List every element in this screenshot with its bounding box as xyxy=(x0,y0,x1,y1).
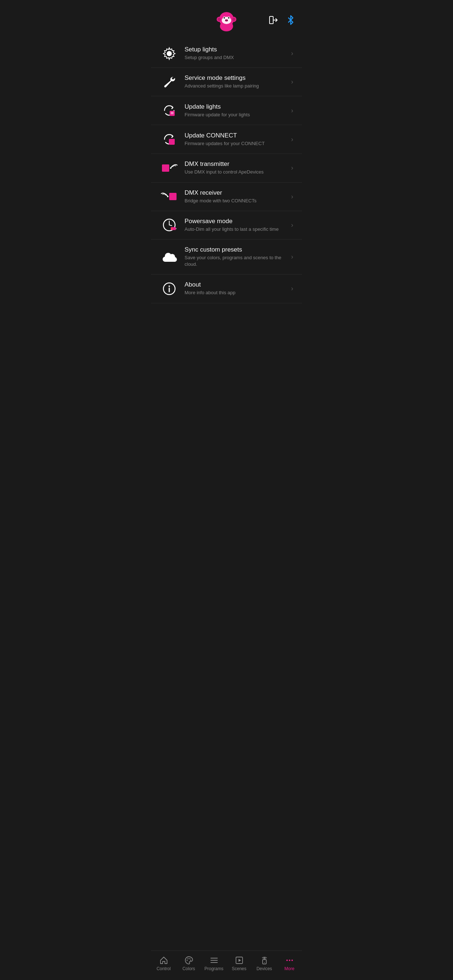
menu-subtitle-about: More info about this app xyxy=(185,290,291,296)
menu-item-powersave[interactable]: Powersave mode Auto-Dim all your lights … xyxy=(151,211,302,240)
menu-text-about: About More info about this app xyxy=(185,281,291,296)
programs-icon xyxy=(210,956,219,965)
svg-point-23 xyxy=(170,167,171,169)
chevron-right-icon: › xyxy=(291,107,293,115)
menu-text-dmx-transmitter: DMX transmitter Use DMX input to control… xyxy=(185,161,291,175)
menu-text-powersave: Powersave mode Auto-Dim all your lights … xyxy=(185,218,291,232)
svg-point-37 xyxy=(189,958,190,959)
svg-point-38 xyxy=(190,960,191,961)
menu-text-update-connect: Update CONNECT Firmware updates for your… xyxy=(185,132,291,147)
menu-item-update-connect[interactable]: Update CONNECT Firmware updates for your… xyxy=(151,125,302,154)
svg-rect-20 xyxy=(171,113,174,114)
svg-point-48 xyxy=(289,959,290,961)
chevron-right-icon: › xyxy=(291,164,293,172)
menu-subtitle-powersave: Auto-Dim all your lights to last a speci… xyxy=(185,226,291,232)
menu-item-setup-lights[interactable]: Setup lights Setup groups and DMX › xyxy=(151,40,302,68)
info-icon xyxy=(160,282,179,295)
nav-item-control[interactable]: Control xyxy=(151,955,176,973)
login-button[interactable] xyxy=(267,14,279,26)
menu-text-update-lights: Update lights Firmware update for your l… xyxy=(185,103,291,118)
menu-item-sync-presets[interactable]: Sync custom presets Save your colors, pr… xyxy=(151,240,302,275)
chevron-right-icon: › xyxy=(291,221,293,229)
menu-item-dmx-transmitter[interactable]: DMX transmitter Use DMX input to control… xyxy=(151,154,302,182)
nav-label-scenes: Scenes xyxy=(231,966,246,971)
update-lights-icon xyxy=(160,103,179,118)
bluetooth-button[interactable] xyxy=(285,14,296,26)
svg-point-3 xyxy=(218,18,221,21)
nav-item-programs[interactable]: Programs xyxy=(201,955,226,973)
chevron-right-icon: › xyxy=(291,253,293,261)
menu-title-about: About xyxy=(185,281,291,288)
svg-rect-14 xyxy=(270,16,273,24)
nav-label-colors: Colors xyxy=(182,966,195,971)
svg-point-35 xyxy=(187,960,187,961)
chevron-right-icon: › xyxy=(291,193,293,200)
nav-label-more: More xyxy=(284,966,294,971)
svg-point-12 xyxy=(225,20,226,21)
menu-subtitle-service-mode: Advanced settings like lamp pairing xyxy=(185,83,291,89)
svg-point-49 xyxy=(292,959,293,961)
svg-rect-22 xyxy=(162,164,169,172)
powersave-icon xyxy=(160,218,179,232)
cloud-icon xyxy=(160,251,179,262)
menu-subtitle-update-lights: Firmware update for your lights xyxy=(185,111,291,118)
bottom-navigation: Control Colors Programs xyxy=(151,950,302,980)
nav-item-colors[interactable]: Colors xyxy=(176,955,201,973)
dmx-transmitter-icon xyxy=(160,162,179,175)
svg-rect-44 xyxy=(263,959,266,964)
devices-icon xyxy=(260,956,269,965)
wrench-icon xyxy=(160,75,179,89)
chevron-right-icon: › xyxy=(291,285,293,293)
svg-point-10 xyxy=(228,17,230,19)
header xyxy=(151,0,302,37)
nav-item-more[interactable]: More xyxy=(277,955,302,973)
menu-text-dmx-receiver: DMX receiver Bridge mode with two CONNEC… xyxy=(185,189,291,204)
menu-item-about[interactable]: About More info about this app › xyxy=(151,275,302,303)
svg-point-47 xyxy=(286,959,288,961)
menu-title-service-mode: Service mode settings xyxy=(185,75,291,82)
menu-subtitle-dmx-receiver: Bridge mode with two CONNECTs xyxy=(185,197,291,204)
svg-rect-30 xyxy=(176,228,177,229)
header-actions xyxy=(267,14,296,26)
gear-icon xyxy=(160,47,179,60)
svg-line-28 xyxy=(169,225,172,226)
menu-text-setup-lights: Setup lights Setup groups and DMX xyxy=(185,46,291,61)
menu-title-powersave: Powersave mode xyxy=(185,218,291,225)
scenes-icon xyxy=(235,956,244,965)
menu-list: Setup lights Setup groups and DMX › Serv… xyxy=(151,37,302,950)
menu-text-service-mode: Service mode settings Advanced settings … xyxy=(185,75,291,89)
menu-subtitle-dmx-transmitter: Use DMX input to control ApeDevices xyxy=(185,169,291,175)
nav-label-devices: Devices xyxy=(257,966,272,971)
menu-title-dmx-transmitter: DMX transmitter xyxy=(185,161,291,168)
chevron-right-icon: › xyxy=(291,78,293,86)
menu-title-update-connect: Update CONNECT xyxy=(185,132,291,139)
menu-subtitle-setup-lights: Setup groups and DMX xyxy=(185,54,291,61)
svg-point-9 xyxy=(223,17,225,19)
svg-point-5 xyxy=(232,18,236,21)
svg-rect-31 xyxy=(171,228,173,230)
menu-item-dmx-receiver[interactable]: DMX receiver Bridge mode with two CONNEC… xyxy=(151,183,302,211)
svg-point-46 xyxy=(264,962,265,963)
menu-subtitle-sync-presets: Save your colors, programs and scenes to… xyxy=(185,255,291,267)
nav-item-scenes[interactable]: Scenes xyxy=(226,955,252,973)
palette-icon xyxy=(185,956,193,965)
menu-title-sync-presets: Sync custom presets xyxy=(185,246,291,253)
svg-point-34 xyxy=(169,285,170,287)
svg-rect-25 xyxy=(169,193,177,200)
svg-marker-43 xyxy=(239,959,241,962)
menu-title-setup-lights: Setup lights xyxy=(185,46,291,53)
svg-rect-21 xyxy=(169,139,175,145)
menu-item-update-lights[interactable]: Update lights Firmware update for your l… xyxy=(151,96,302,125)
chevron-right-icon: › xyxy=(291,49,293,57)
dmx-receiver-icon xyxy=(160,190,179,203)
chevron-right-icon: › xyxy=(291,135,293,143)
menu-text-sync-presets: Sync custom presets Save your colors, pr… xyxy=(185,246,291,267)
svg-point-24 xyxy=(167,196,169,197)
menu-item-service-mode[interactable]: Service mode settings Advanced settings … xyxy=(151,68,302,96)
nav-item-devices[interactable]: Devices xyxy=(252,955,277,973)
svg-point-36 xyxy=(187,958,188,959)
update-connect-icon xyxy=(160,132,179,147)
nav-label-control: Control xyxy=(156,966,171,971)
app-logo xyxy=(214,7,239,33)
svg-rect-19 xyxy=(171,112,174,113)
